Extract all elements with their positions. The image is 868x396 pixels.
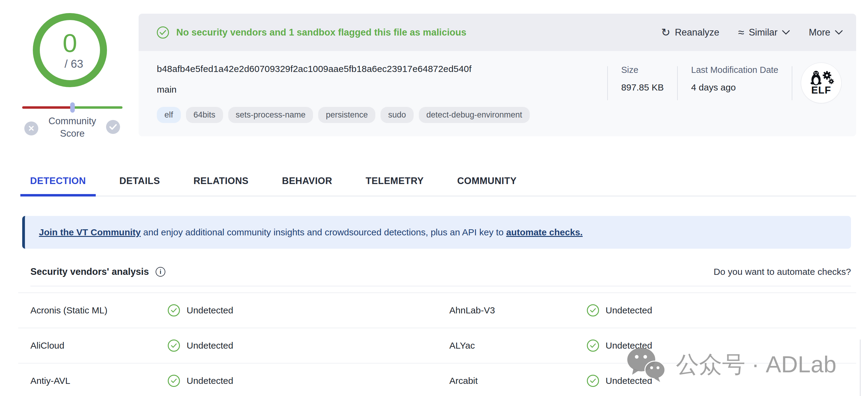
vendor-name: AhnLab-V3 — [437, 305, 587, 316]
file-details-panel: b48afb4e5fed1a42e2d60709329f2ac1009aae5f… — [138, 51, 856, 136]
vendor-name: Antiy-AVL — [18, 376, 168, 386]
tab-detection[interactable]: DETECTION — [20, 171, 96, 196]
table-row: AliCloudUndetectedALYacUndetected — [18, 328, 856, 364]
reanalyze-label: Reanalyze — [675, 27, 719, 38]
join-vt-community-link[interactable]: Join the VT Community — [39, 227, 141, 237]
vendor-status-text: Undetected — [187, 340, 233, 351]
vote-harmless-button[interactable] — [106, 120, 120, 134]
vendor-status: Undetected — [168, 375, 233, 387]
tab-community[interactable]: COMMUNITY — [447, 171, 526, 196]
vendor-status-text: Undetected — [606, 305, 652, 316]
similar-waves-icon: ≈ — [738, 27, 744, 38]
file-summary-card: No security vendors and 1 sandbox flagge… — [138, 14, 856, 152]
similar-button[interactable]: ≈ Similar — [738, 27, 790, 38]
similar-label: Similar — [749, 27, 778, 38]
community-banner-text: and enjoy additional community insights … — [141, 227, 506, 237]
scrollbar-thumb[interactable] — [860, 339, 861, 396]
vendors-analysis-header: Security vendors' analysis i Do you want… — [30, 266, 851, 286]
vendor-result: ArcabitUndetected — [437, 375, 857, 387]
tag-persistence[interactable]: persistence — [318, 107, 375, 123]
file-size-block: Size 897.85 KB — [608, 65, 677, 93]
banner-actions: ↻ Reanalyze ≈ Similar More — [661, 27, 843, 38]
vendor-name: AliCloud — [18, 340, 168, 351]
vote-malicious-button[interactable]: ✕ — [24, 122, 38, 135]
vendor-result: Antiy-AVLUndetected — [18, 375, 437, 387]
tab-relations[interactable]: RELATIONS — [184, 171, 258, 196]
last-modification-label: Last Modification Date — [691, 65, 778, 75]
community-score-negative-bar — [22, 106, 73, 109]
vendors-analysis-title: Security vendors' analysis — [30, 266, 149, 277]
vendor-status-text: Undetected — [187, 305, 233, 316]
tag-sudo[interactable]: sudo — [380, 107, 414, 123]
vendor-status: Undetected — [587, 339, 652, 352]
vendor-status-text: Undetected — [606, 340, 652, 351]
reanalyze-button[interactable]: ↻ Reanalyze — [661, 27, 719, 38]
vendor-status: Undetected — [168, 339, 233, 352]
divider — [792, 66, 792, 100]
last-modification-value: 4 days ago — [691, 82, 778, 93]
undetected-check-icon — [168, 375, 180, 387]
vendor-status-text: Undetected — [187, 376, 233, 386]
tab-details[interactable]: DETAILS — [110, 171, 170, 196]
virustotal-file-report: 0 / 63 Community Score ✕ No security ven… — [0, 0, 868, 396]
detection-score-widget: 0 / 63 Community Score ✕ — [0, 0, 138, 152]
vendor-status: Undetected — [587, 304, 652, 317]
tag-64bits[interactable]: 64bits — [186, 107, 223, 123]
undetected-check-icon — [168, 304, 180, 317]
tux-penguin-gear-icon — [808, 70, 834, 86]
chevron-down-icon — [835, 30, 843, 35]
vendor-status: Undetected — [587, 375, 652, 387]
undetected-check-icon — [587, 339, 599, 352]
tag-detect-debug-environment[interactable]: detect-debug-environment — [419, 107, 530, 123]
filetype-elf-badge: ELF — [801, 63, 842, 103]
vendor-status: Undetected — [168, 304, 233, 317]
community-score-handle — [70, 102, 75, 113]
vendor-status-text: Undetected — [606, 376, 652, 386]
file-tags: elf64bitssets-process-namepersistencesud… — [157, 107, 607, 123]
file-name: main — [157, 85, 607, 95]
automate-checks-link[interactable]: automate checks. — [506, 227, 583, 237]
reanalyze-icon: ↻ — [661, 27, 670, 38]
size-label: Size — [621, 65, 664, 75]
file-meta: Size 897.85 KB Last Modification Date 4 … — [607, 65, 843, 103]
detection-score-ring: 0 / 63 — [33, 13, 107, 87]
table-row: Acronis (Static ML)UndetectedAhnLab-V3Un… — [18, 293, 856, 328]
report-tabs: DETECTIONDETAILSRELATIONSBEHAVIORTELEMET… — [20, 171, 856, 196]
undetected-check-icon — [168, 339, 180, 352]
check-icon — [110, 124, 117, 130]
chevron-down-icon — [782, 30, 790, 35]
community-score-label: Community Score — [36, 115, 109, 140]
tag-elf[interactable]: elf — [157, 107, 181, 123]
tab-behavior[interactable]: BEHAVIOR — [272, 171, 342, 196]
vt-community-banner: Join the VT Community and enjoy addition… — [22, 216, 851, 249]
more-button[interactable]: More — [809, 27, 843, 38]
vendor-name: Arcabit — [437, 376, 587, 386]
info-icon[interactable]: i — [156, 267, 165, 277]
undetected-check-icon — [587, 304, 599, 317]
tag-sets-process-name[interactable]: sets-process-name — [228, 107, 313, 123]
automate-checks-question: Do you want to automate checks? — [714, 267, 851, 277]
harmless-check-icon — [157, 26, 169, 39]
vendor-result: ALYacUndetected — [437, 339, 857, 352]
vendor-result: AhnLab-V3Undetected — [437, 304, 857, 317]
more-label: More — [809, 27, 830, 38]
last-modification-block: Last Modification Date 4 days ago — [678, 65, 792, 93]
report-header: 0 / 63 Community Score ✕ No security ven… — [0, 0, 868, 152]
file-identity: b48afb4e5fed1a42e2d60709329f2ac1009aae5f… — [157, 64, 607, 123]
detection-score-value: 0 — [63, 30, 77, 56]
verdict-message: No security vendors and 1 sandbox flagge… — [176, 27, 466, 38]
verdict-banner: No security vendors and 1 sandbox flagge… — [138, 14, 856, 51]
community-score-slider — [22, 106, 122, 109]
vendor-name: Acronis (Static ML) — [18, 305, 168, 316]
community-score-positive-bar — [73, 106, 122, 109]
tab-telemetry[interactable]: TELEMETRY — [356, 171, 433, 196]
vendor-result: AliCloudUndetected — [18, 339, 437, 352]
x-icon: ✕ — [28, 124, 35, 133]
vendors-analysis-table: Acronis (Static ML)UndetectedAhnLab-V3Un… — [18, 292, 856, 396]
undetected-check-icon — [587, 375, 599, 387]
elf-badge-label: ELF — [811, 85, 831, 96]
vendor-result: Acronis (Static ML)Undetected — [18, 304, 437, 317]
size-value: 897.85 KB — [621, 82, 664, 93]
detection-score-total: / 63 — [64, 58, 83, 70]
vendor-name: ALYac — [437, 340, 587, 351]
